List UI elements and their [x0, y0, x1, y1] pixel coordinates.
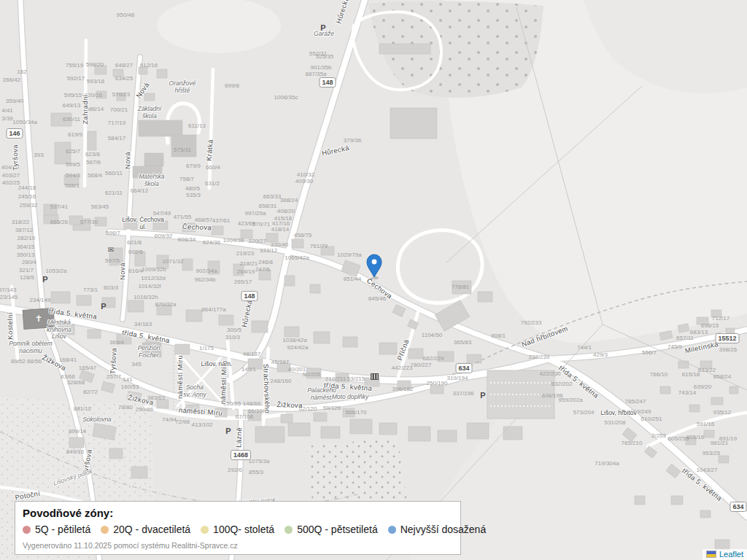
legend-item-label: 20Q - dvacetiletá: [113, 524, 190, 535]
flood-zones-legend: Povodňové zóny: 5Q - pětiletá20Q - dvace…: [15, 501, 461, 555]
legend-item: Nejvyšší dosažená: [388, 524, 487, 535]
ukraine-flag-icon: [706, 551, 716, 558]
legend-item: 5Q - pětiletá: [23, 524, 90, 535]
legend-color-dot: [201, 526, 209, 534]
legend-item: 100Q- stoletá: [201, 524, 274, 535]
legend-item-label: Nejvyšší dosažená: [400, 524, 487, 535]
legend-color-dot: [388, 526, 396, 534]
map-canvas[interactable]: [0, 0, 747, 560]
legend-item-label: 500Q - pětsetiletá: [297, 524, 378, 535]
map-attribution: Leaflet: [703, 549, 747, 560]
legend-item-label: 5Q - pětiletá: [35, 524, 90, 535]
legend-color-dot: [101, 526, 109, 534]
legend-color-dot: [285, 526, 293, 534]
legend-item-label: 100Q- stoletá: [213, 524, 274, 535]
map-viewport[interactable]: 950/48182266/42755/19598/20648/27612/165…: [0, 0, 747, 560]
legend-item: 500Q - pětsetiletá: [285, 524, 378, 535]
landuse-areas: [0, 0, 747, 560]
blue-location-pin[interactable]: [367, 254, 382, 279]
leaflet-attribution-link[interactable]: Leaflet: [719, 550, 743, 559]
legend-title: Povodňové zóny:: [23, 507, 453, 519]
legend-item: 20Q - dvacetiletá: [101, 524, 190, 535]
legend-color-dot: [23, 526, 31, 534]
legend-items: 5Q - pětiletá20Q - dvacetiletá100Q- stol…: [23, 524, 453, 535]
generated-note: Vygenerováno 11.10.2025 pomocí systému R…: [23, 541, 453, 550]
